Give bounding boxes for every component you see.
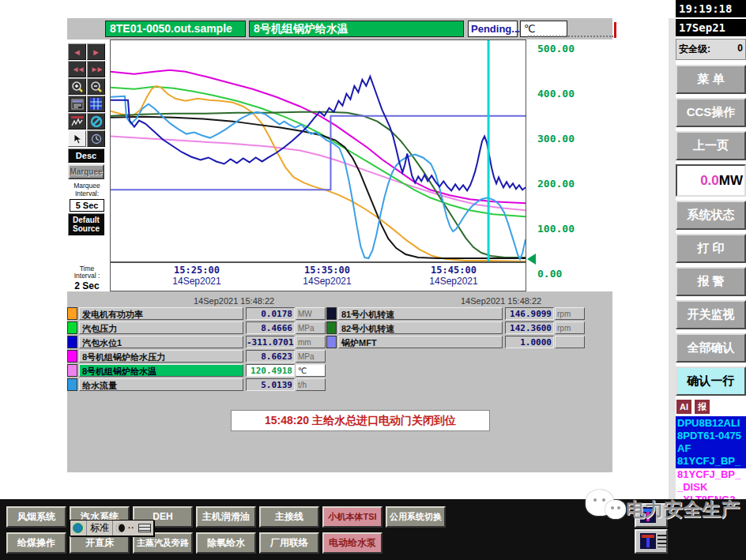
tag-item[interactable]: 81YCFJ_BP_	[677, 455, 746, 468]
nav-button-r1-4[interactable]: 主接线	[259, 506, 319, 528]
trend-icon[interactable]	[68, 113, 86, 130]
legend-name[interactable]: 锅炉MFT	[338, 336, 503, 348]
tag-item[interactable]: 8PDT61-0475	[677, 430, 746, 442]
tag-group-blue: DPU8B12ALI8PDT61-0475AF81YCFJ_BP_	[676, 416, 746, 468]
ime-mode-label[interactable]: 标准	[86, 521, 113, 536]
power-unit: MW	[719, 173, 743, 188]
trend-curve-8号机组锅炉给水温	[111, 137, 526, 211]
legend-name[interactable]: 82号小机转速	[338, 321, 503, 334]
menu-button-5[interactable]: 报 警	[676, 267, 746, 296]
unit-field[interactable]: ℃	[520, 21, 567, 37]
tag-name-field[interactable]: 8号机组锅炉给水温	[249, 21, 464, 37]
trend-plot[interactable]	[110, 39, 526, 262]
nav-button-r2-5[interactable]: 电动给水泵	[322, 532, 382, 554]
security-label: 安全级:	[679, 43, 710, 56]
menu-button-3[interactable]: 系统状态	[676, 201, 746, 230]
menu-button-1[interactable]: CCS操作	[676, 98, 746, 127]
legend-color-swatch	[67, 307, 77, 320]
menu-button-2[interactable]: 上一页	[676, 131, 746, 160]
zoom-in-icon[interactable]	[68, 78, 86, 95]
legend-name[interactable]: 汽包水位1	[79, 336, 243, 348]
legend-row[interactable]: 锅炉MFT1.0000	[326, 336, 587, 349]
legend-value: 1.0000	[505, 336, 554, 348]
legend-name[interactable]: 汽包压力	[79, 321, 243, 334]
legend-table-right: 81号小机转速146.9099rpm82号小机转速142.3600rpm锅炉MF…	[326, 307, 587, 350]
zoom-out-icon[interactable]	[87, 78, 105, 95]
step-forward-icon[interactable]: ►	[87, 43, 105, 60]
nav-button-r1-0[interactable]: 风烟系统	[6, 506, 66, 528]
legend-unit	[555, 336, 585, 348]
legend-row[interactable]: 给水流量5.0139t/h	[67, 378, 328, 392]
legend-row[interactable]: 汽包压力8.4666MPa	[67, 321, 328, 335]
legend-unit: ℃	[296, 364, 326, 377]
nav-button-r1-6[interactable]: 公用系统切换	[386, 506, 446, 528]
nav-button-r1-3[interactable]: 主机润滑油	[196, 506, 256, 528]
disable-icon[interactable]	[87, 113, 105, 130]
legend-name[interactable]: 8号机组锅炉给水温	[79, 364, 243, 377]
marquee-interval-label: Marquee Interval:	[68, 182, 106, 198]
legend-row[interactable]: 汽包水位1-311.0701mm	[67, 336, 328, 349]
time-cursor-icon[interactable]	[87, 130, 105, 147]
legend-value: 142.3600	[505, 321, 554, 334]
menu-button-0[interactable]: 菜 单	[676, 65, 746, 94]
legend-value: 146.9099	[505, 307, 554, 320]
power-value: 0.0	[700, 173, 719, 188]
trend-curve-锅炉MFT	[111, 116, 526, 190]
marquee-interval-value[interactable]: 5 Sec	[70, 199, 104, 212]
tag-item[interactable]: AF	[677, 442, 746, 455]
pointer-icon[interactable]	[68, 130, 86, 147]
legend-table-left: 发电机有功功率0.0178MW汽包压力8.4666MPa汽包水位1-311.07…	[67, 307, 328, 393]
nav-button-r2-4[interactable]: 厂用联络	[259, 532, 319, 554]
nav-button-r2-0[interactable]: 给煤操作	[6, 532, 66, 554]
ime-logo-icon[interactable]	[73, 523, 83, 533]
menu-button-6[interactable]: 开关监视	[676, 300, 746, 329]
alarm-message: 15:48:20 主给水总进口电动门关闭到位	[231, 410, 490, 431]
ime-punct-icon[interactable]: ··	[128, 524, 135, 532]
sample-name-field[interactable]: 8TE01-0050.out.sample	[105, 21, 246, 37]
legend-row[interactable]: 82号小机转速142.3600rpm	[326, 321, 587, 335]
legend-row[interactable]: 81号小机转速146.9099rpm	[326, 307, 587, 321]
clock-time: 19:19:18	[676, 0, 746, 17]
legend-name[interactable]: 8号机组锅炉给水压力	[79, 350, 243, 363]
legend-name[interactable]: 81号小机转速	[338, 307, 503, 320]
tag-item[interactable]: 81YCFJ_BP_	[676, 468, 746, 481]
legend-value: 0.0178	[246, 307, 295, 320]
trend-toolbar: ◄ ► ◄◄ ►►	[68, 43, 106, 291]
y-tick-label: 300.00	[537, 133, 575, 145]
power-display: 0.0MW	[676, 164, 746, 197]
jump-back-icon[interactable]: ◄◄	[68, 61, 86, 77]
legend-area: 14Sep2021 15:48:22 14Sep2021 15:48:22 发电…	[67, 291, 612, 472]
ime-keyboard-icon[interactable]	[138, 524, 151, 532]
report-icon[interactable]	[68, 96, 86, 112]
ime-toolbar[interactable]: 标准 ··	[70, 520, 154, 536]
default-source-button[interactable]: Default Source	[68, 213, 104, 235]
x-tick-label: 15:25:0014Sep2021	[153, 265, 240, 287]
grid-icon[interactable]	[87, 96, 105, 112]
x-tick-label: 15:35:0014Sep2021	[284, 265, 371, 287]
legend-name[interactable]: 发电机有功功率	[79, 307, 243, 320]
jump-forward-icon[interactable]: ►►	[87, 61, 105, 77]
y-tick-label: 400.00	[537, 88, 575, 100]
marquee-button[interactable]: Marquee	[68, 164, 104, 179]
legend-row[interactable]: 8号机组锅炉给水压力8.6623MPa	[67, 350, 328, 363]
legend-value: -311.0701	[246, 336, 295, 348]
menu-button-7[interactable]: 全部确认	[676, 333, 746, 363]
menu-button-4[interactable]: 打 印	[676, 234, 746, 263]
nav-button-r2-3[interactable]: 除氧给水	[196, 532, 256, 554]
timestamp-right: 14Sep2021 15:48:22	[461, 296, 541, 306]
y-axis: 500.00400.00300.00200.00100.000.00	[534, 39, 613, 284]
legend-name[interactable]: 给水流量	[79, 378, 243, 391]
ime-fullwidth-icon[interactable]	[116, 524, 125, 532]
legend-row[interactable]: 发电机有功功率0.0178MW	[67, 307, 328, 321]
menu-button-8[interactable]: 确认一行	[676, 366, 746, 396]
desc-button[interactable]: Desc	[68, 148, 104, 163]
monitor-shortcut-button-2[interactable]	[635, 529, 668, 554]
tag-item[interactable]: DPU8B12ALI	[677, 417, 746, 430]
legend-color-swatch	[67, 378, 77, 391]
nav-button-r1-5[interactable]: 小机本体TSI	[322, 506, 382, 528]
legend-row[interactable]: 8号机组锅炉给水温120.4918℃	[67, 364, 328, 378]
monitor-shortcut-button-1[interactable]	[635, 503, 668, 528]
step-back-icon[interactable]: ◄	[68, 43, 86, 60]
legend-unit: rpm	[555, 321, 585, 334]
tag-item[interactable]: _DISK	[676, 481, 746, 494]
